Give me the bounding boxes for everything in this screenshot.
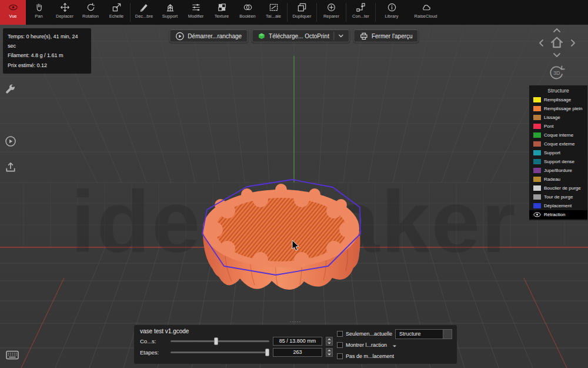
preview-options: Seulemen...actuelle Structure Montrer l.… xyxy=(337,329,452,363)
legend-row-pont[interactable]: Pont xyxy=(529,122,587,131)
layer-slider-label: Co...s: xyxy=(140,338,167,344)
layer-slider[interactable] xyxy=(171,337,269,345)
tool-connect[interactable]: Con...ter xyxy=(347,0,375,25)
panel-drag-handle[interactable]: ····· xyxy=(290,319,302,324)
tool-modify[interactable]: Modifier xyxy=(183,0,209,25)
legend-row-support-dense[interactable]: Support dense xyxy=(529,157,587,166)
toolbar-separator xyxy=(375,3,376,22)
structure-panel-title: Structure xyxy=(529,85,587,95)
tool-library[interactable]: Library xyxy=(376,0,407,25)
legend-row-remplissage-plein[interactable]: Remplissage plein xyxy=(529,104,587,113)
duplicate-icon xyxy=(297,2,307,12)
main-toolbar: Vue Pan Deplacer Rotation Echelle Dec...… xyxy=(0,0,588,25)
green-cube-icon xyxy=(258,32,265,40)
tool-move[interactable]: Deplacer xyxy=(52,0,78,25)
upload-octoprint-button[interactable]: Télécharge... OctoPrint xyxy=(252,29,349,42)
tool-scale[interactable]: Echelle xyxy=(103,0,129,25)
tool-duplicate[interactable]: Dupliquer xyxy=(288,0,316,25)
slider-track xyxy=(171,340,269,342)
steps-value-field[interactable]: 263 xyxy=(273,348,322,357)
slider-thumb[interactable] xyxy=(265,349,269,356)
chevron-down-icon[interactable] xyxy=(338,34,343,38)
toggle-3d-view-button[interactable]: 3D xyxy=(547,62,567,85)
connect-icon xyxy=(356,2,366,12)
steps-stepper xyxy=(326,348,333,357)
legend-row-retraction[interactable]: Rétraction xyxy=(529,210,587,219)
structure-legend-panel: Structure Remplissage Remplissage plein … xyxy=(529,85,587,220)
keyboard-shortcuts-button[interactable] xyxy=(6,350,19,362)
tool-boolean[interactable]: Booléen xyxy=(235,0,260,25)
legend-row-lissage[interactable]: Lissage xyxy=(529,113,587,122)
start-slice-button[interactable]: Démarrer...ranchage xyxy=(169,29,248,42)
vase-model[interactable] xyxy=(202,180,360,290)
legend-row-tour-de-purge[interactable]: Tour de purge xyxy=(529,193,587,201)
rotate-icon xyxy=(86,2,96,12)
tool-rotate[interactable]: Rotation xyxy=(78,0,103,25)
step-up-button[interactable] xyxy=(326,337,333,341)
slider-track xyxy=(171,352,269,353)
chevron-right-icon xyxy=(569,38,577,48)
tool-cut[interactable]: Dec...bre xyxy=(131,0,157,25)
tool-repair[interactable]: Reparer xyxy=(318,0,345,25)
toolbar-separator xyxy=(130,3,131,22)
move-icon xyxy=(60,2,70,12)
library-icon xyxy=(387,2,397,12)
legend-row-jupe-bordure[interactable]: Jupe/Bordure xyxy=(529,166,587,175)
texture-icon xyxy=(217,2,227,12)
legend-row-coque-interne[interactable]: Coque interne xyxy=(529,131,587,140)
3d-rotate-icon: 3D xyxy=(547,62,567,82)
checkbox-current-layer-only[interactable] xyxy=(337,331,343,337)
print-filament: Filament: 4.8 g / 1.61 m xyxy=(8,51,86,60)
color-swatch xyxy=(533,150,541,155)
color-swatch xyxy=(533,124,541,129)
layer-stepper xyxy=(326,337,333,346)
home-view-button[interactable] xyxy=(549,35,564,52)
slider-thumb[interactable] xyxy=(214,337,218,345)
tool-texture[interactable]: Texture xyxy=(209,0,235,25)
rotate-left-button[interactable] xyxy=(537,38,545,51)
color-swatch xyxy=(533,177,541,182)
hand-icon xyxy=(34,2,44,12)
tool-freeform-cut[interactable]: Tai...ale xyxy=(260,0,286,25)
gcode-filename: vase test v1.gcode xyxy=(140,328,334,334)
legend-row-radeau[interactable]: Radeau xyxy=(529,175,587,184)
rotate-down-button[interactable] xyxy=(552,51,562,61)
preview-play-button[interactable] xyxy=(5,135,16,150)
steps-slider[interactable] xyxy=(171,349,269,356)
export-button[interactable] xyxy=(5,161,16,175)
checkbox-no-travel-moves[interactable] xyxy=(337,353,343,359)
chevron-left-icon xyxy=(537,38,545,48)
legend-row-remplissage[interactable]: Remplissage xyxy=(529,95,587,104)
legend-row-bouclier-de-purge[interactable]: Bouclier de purge xyxy=(529,184,587,193)
wrench-icon xyxy=(5,84,16,95)
step-up-button[interactable] xyxy=(326,348,333,352)
color-swatch xyxy=(533,141,541,147)
layer-value-field[interactable]: 85 / 13.800 mm xyxy=(273,337,322,346)
tool-view[interactable]: Vue xyxy=(0,0,26,25)
printer-icon xyxy=(359,32,368,41)
tool-raisecloud[interactable]: RaiseCloud xyxy=(407,0,445,25)
legend-row-deplacement[interactable]: Déplacement xyxy=(529,201,587,210)
chevron-down-nav-icon xyxy=(552,51,562,59)
step-down-button[interactable] xyxy=(326,352,333,357)
checkbox-show-retraction[interactable] xyxy=(337,342,343,348)
legend-row-support[interactable]: Support xyxy=(529,148,587,157)
layer-controls: vase test v1.gcode Co...s: 85 / 13.800 m… xyxy=(140,328,334,357)
close-preview-button[interactable]: Fermer l'aperçu xyxy=(353,29,419,42)
tool-support[interactable]: Support xyxy=(157,0,183,25)
play-circle-icon xyxy=(175,32,184,41)
scale-icon xyxy=(112,2,122,12)
settings-wrench-button[interactable] xyxy=(5,84,16,98)
legend-row-coque-externe[interactable]: Coque externe xyxy=(529,140,587,148)
print-info-panel: Temps: 0 heure(s), 41 min, 24 sec Filame… xyxy=(3,28,91,74)
model-preview-layer xyxy=(0,25,588,368)
step-down-button[interactable] xyxy=(326,341,333,346)
structure-view-dropdown[interactable]: Structure xyxy=(395,329,452,339)
print-time: Temps: 0 heure(s), 41 min, 24 sec xyxy=(8,32,86,51)
rotate-right-button[interactable] xyxy=(569,38,577,51)
tool-pan[interactable]: Pan xyxy=(26,0,52,25)
color-swatch xyxy=(533,185,541,191)
freeform-cut-icon xyxy=(269,2,279,12)
sliders-icon xyxy=(191,2,201,12)
3d-viewport[interactable]: ideamaker xyxy=(0,25,588,368)
